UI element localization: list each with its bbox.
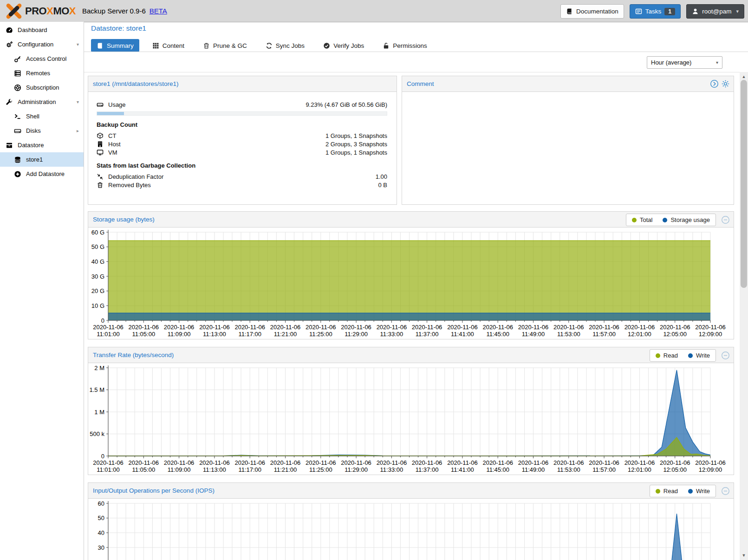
panel-title: Comment bbox=[407, 80, 434, 87]
svg-text:2020-11-06: 2020-11-06 bbox=[589, 324, 619, 331]
svg-text:2020-11-06: 2020-11-06 bbox=[695, 459, 726, 466]
svg-text:30: 30 bbox=[98, 544, 104, 551]
usage-value: 9.23% (4.67 GiB of 50.56 GiB) bbox=[306, 101, 387, 108]
tab-summary[interactable]: Summary bbox=[91, 39, 139, 52]
tasks-label: Tasks bbox=[645, 8, 662, 15]
chevron-right-icon[interactable]: ▸ bbox=[77, 128, 79, 133]
caret-down-icon: ▾ bbox=[736, 8, 739, 14]
legend-item-write[interactable]: Write bbox=[688, 488, 710, 495]
legend-item-storage-usage[interactable]: Storage usage bbox=[663, 216, 710, 223]
svg-text:50: 50 bbox=[98, 514, 104, 521]
legend-item-read[interactable]: Read bbox=[656, 488, 678, 495]
compress-icon bbox=[97, 173, 104, 180]
sidebar-item-shell[interactable]: Shell bbox=[0, 109, 84, 124]
chevron-right-circle-icon[interactable] bbox=[710, 79, 719, 88]
sidebar-item-dashboard[interactable]: Dashboard bbox=[0, 23, 84, 37]
svg-text:11:01:00: 11:01:00 bbox=[97, 466, 120, 473]
tab-permissions[interactable]: Permissions bbox=[377, 39, 433, 52]
chevron-down-icon[interactable]: ▾ bbox=[77, 99, 79, 104]
chart-legend: ReadWrite bbox=[650, 485, 716, 497]
documentation-button[interactable]: Documentation bbox=[560, 4, 624, 19]
legend-item-write[interactable]: Write bbox=[688, 352, 710, 359]
minus-circle-icon[interactable] bbox=[721, 351, 730, 360]
svg-text:11:09:00: 11:09:00 bbox=[168, 466, 191, 473]
legend-item-total[interactable]: Total bbox=[632, 216, 652, 223]
svg-text:2020-11-06: 2020-11-06 bbox=[553, 459, 584, 466]
legend-label: Storage usage bbox=[670, 216, 710, 223]
sidebar-item-add-datastore[interactable]: Add Datastore bbox=[0, 167, 84, 181]
hdd-icon bbox=[97, 101, 104, 108]
sidebar-item-label: store1 bbox=[26, 156, 43, 163]
tab-verify-jobs[interactable]: Verify Jobs bbox=[318, 39, 370, 52]
user-menu-button[interactable]: root@pam ▾ bbox=[686, 4, 744, 19]
tasks-button[interactable]: Tasks 1 bbox=[630, 4, 681, 19]
svg-text:2020-11-06: 2020-11-06 bbox=[447, 324, 478, 331]
tab-sync-jobs[interactable]: Sync Jobs bbox=[260, 39, 310, 52]
svg-text:30 G: 30 G bbox=[91, 273, 104, 280]
svg-text:60: 60 bbox=[98, 500, 104, 507]
lifering-icon bbox=[14, 84, 22, 91]
iops-chart-panel: Input/Output Operations per Second (IOPS… bbox=[88, 482, 734, 560]
sidebar-item-remotes[interactable]: Remotes bbox=[0, 66, 84, 80]
beta-link[interactable]: BETA bbox=[150, 7, 167, 15]
svg-text:2020-11-06: 2020-11-06 bbox=[553, 324, 584, 331]
tab-label: Sync Jobs bbox=[276, 42, 305, 49]
gc-stats-title: Stats from last Garbage Collection bbox=[97, 162, 387, 169]
chevron-down-icon[interactable]: ▾ bbox=[77, 42, 79, 47]
scroll-down-arrow-icon[interactable]: ▼ bbox=[740, 552, 748, 559]
svg-text:11:33:00: 11:33:00 bbox=[380, 331, 403, 338]
summary-row-host: Host2 Groups, 3 Snapshots bbox=[97, 140, 387, 149]
svg-text:10 G: 10 G bbox=[91, 302, 104, 309]
timeframe-select[interactable]: Hour (average) ▾ bbox=[647, 56, 722, 69]
sidebar-item-subscription[interactable]: Subscription bbox=[0, 80, 84, 95]
vertical-scrollbar[interactable]: ▲ ▼ bbox=[740, 72, 748, 560]
minus-circle-icon[interactable] bbox=[721, 487, 730, 495]
svg-text:11:53:00: 11:53:00 bbox=[557, 466, 580, 473]
row-label: Host bbox=[108, 141, 121, 148]
svg-text:2020-11-06: 2020-11-06 bbox=[341, 459, 371, 466]
svg-text:11:49:00: 11:49:00 bbox=[522, 331, 545, 338]
legend-dot bbox=[656, 489, 660, 494]
tab-content[interactable]: Content bbox=[147, 39, 190, 52]
svg-text:11:05:00: 11:05:00 bbox=[132, 331, 155, 338]
row-value: 1 Groups, 1 Snapshots bbox=[325, 149, 387, 156]
sidebar-item-configuration[interactable]: Configuration▾ bbox=[0, 37, 84, 52]
legend-label: Total bbox=[640, 216, 652, 223]
row-value: 0 B bbox=[378, 182, 387, 189]
scrollbar-thumb[interactable] bbox=[741, 80, 747, 288]
tab-label: Verify Jobs bbox=[333, 42, 364, 49]
legend-label: Read bbox=[663, 488, 678, 495]
svg-text:1 M: 1 M bbox=[94, 409, 104, 416]
svg-text:11:45:00: 11:45:00 bbox=[486, 331, 509, 338]
legend-item-read[interactable]: Read bbox=[656, 352, 678, 359]
row-label: Deduplication Factor bbox=[108, 173, 163, 180]
sidebar-item-disks[interactable]: Disks▸ bbox=[0, 124, 84, 138]
svg-text:2020-11-06: 2020-11-06 bbox=[164, 324, 195, 331]
trash-icon bbox=[203, 42, 210, 49]
svg-text:2020-11-06: 2020-11-06 bbox=[234, 324, 265, 331]
svg-text:2020-11-06: 2020-11-06 bbox=[93, 324, 124, 331]
tab-prune-gc[interactable]: Prune & GC bbox=[197, 39, 253, 52]
gear-icon[interactable] bbox=[721, 79, 730, 88]
minus-circle-icon[interactable] bbox=[721, 215, 730, 224]
scroll-up-arrow-icon[interactable]: ▲ bbox=[740, 73, 748, 80]
svg-text:11:49:00: 11:49:00 bbox=[522, 466, 545, 473]
sidebar-item-datastore[interactable]: Datastore bbox=[0, 138, 84, 152]
sidebar-item-store1[interactable]: store1 bbox=[0, 152, 84, 167]
svg-text:11:21:00: 11:21:00 bbox=[274, 466, 297, 473]
svg-text:12:05:00: 12:05:00 bbox=[663, 331, 687, 338]
chart-legend: ReadWrite bbox=[650, 349, 716, 362]
svg-text:11:13:00: 11:13:00 bbox=[203, 466, 226, 473]
sidebar-item-access-control[interactable]: Access Control bbox=[0, 52, 84, 66]
sidebar-item-administration[interactable]: Administration▾ bbox=[0, 95, 84, 109]
svg-text:12:09:00: 12:09:00 bbox=[699, 331, 722, 338]
svg-text:2020-11-06: 2020-11-06 bbox=[270, 324, 301, 331]
svg-text:11:37:00: 11:37:00 bbox=[416, 466, 439, 473]
transfer-rate-chart: 2 M1.5 M1 M500 k02020-11-0611:01:002020-… bbox=[88, 363, 734, 475]
gears-icon bbox=[6, 41, 14, 48]
proxmox-logo-icon bbox=[6, 3, 22, 19]
legend-dot bbox=[663, 218, 667, 222]
dashboard-icon bbox=[6, 26, 14, 34]
tab-label: Permissions bbox=[393, 42, 427, 49]
sidebar-item-label: Administration bbox=[18, 98, 56, 105]
